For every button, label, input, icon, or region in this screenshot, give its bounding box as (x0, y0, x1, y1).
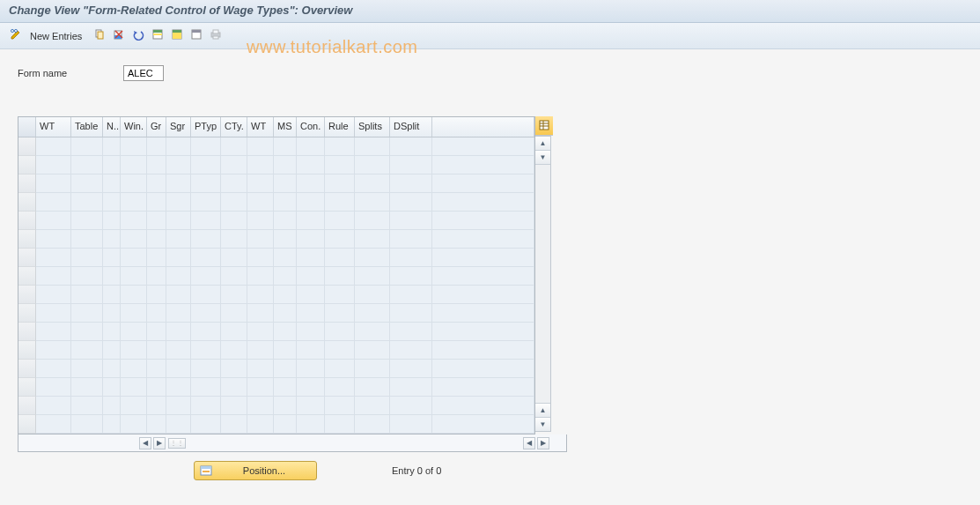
grid-cell[interactable] (390, 249, 432, 267)
grid-cell[interactable] (121, 212, 147, 230)
grid-cell[interactable] (274, 156, 297, 175)
grid-cell[interactable] (147, 212, 166, 230)
grid-cell[interactable] (274, 397, 297, 415)
grid-cell[interactable] (390, 137, 432, 156)
grid-cell[interactable] (103, 323, 121, 341)
row-selector[interactable] (18, 230, 36, 249)
grid-cell[interactable] (432, 415, 534, 434)
grid-cell[interactable] (191, 230, 221, 249)
grid-cell[interactable] (121, 137, 147, 156)
grid-cell[interactable] (191, 397, 221, 415)
grid-cell[interactable] (325, 193, 355, 212)
grid-cell[interactable] (221, 378, 247, 397)
print-button[interactable] (207, 27, 225, 45)
grid-cell[interactable] (274, 323, 297, 341)
grid-cell[interactable] (355, 175, 390, 193)
grid-cell[interactable] (390, 341, 432, 360)
grid-cell[interactable] (432, 156, 534, 175)
grid-cell[interactable] (247, 360, 274, 378)
column-header-ms[interactable]: MS (274, 117, 297, 137)
row-selector[interactable] (18, 323, 36, 341)
grid-cell[interactable] (247, 286, 274, 304)
grid-cell[interactable] (390, 360, 432, 378)
grid-cell[interactable] (103, 360, 121, 378)
grid-cell[interactable] (147, 230, 166, 249)
grid-cell[interactable] (390, 415, 432, 434)
grid-cell[interactable] (71, 378, 103, 397)
grid-cell[interactable] (121, 304, 147, 323)
grid-cell[interactable] (432, 286, 534, 304)
grid-cell[interactable] (432, 267, 534, 286)
grid-cell[interactable] (355, 230, 390, 249)
grid-cell[interactable] (147, 193, 166, 212)
grid-cell[interactable] (297, 304, 325, 323)
grid-cell[interactable] (191, 156, 221, 175)
grid-cell[interactable] (432, 397, 534, 415)
grid-cell[interactable] (121, 230, 147, 249)
grid-cell[interactable] (247, 304, 274, 323)
grid-cell[interactable] (121, 286, 147, 304)
grid-cell[interactable] (36, 230, 71, 249)
grid-cell[interactable] (432, 304, 534, 323)
grid-cell[interactable] (147, 267, 166, 286)
grid-cell[interactable] (297, 230, 325, 249)
grid-cell[interactable] (121, 175, 147, 193)
scroll-right-end-button[interactable]: ▶ (537, 437, 549, 449)
grid-cell[interactable] (355, 212, 390, 230)
column-header-wt2[interactable]: WT (247, 117, 274, 137)
grid-cell[interactable] (432, 193, 534, 212)
grid-cell[interactable] (121, 415, 147, 434)
row-selector[interactable] (18, 156, 36, 175)
column-header-win[interactable]: Win. (121, 117, 147, 137)
grid-cell[interactable] (71, 360, 103, 378)
grid-cell[interactable] (221, 415, 247, 434)
grid-cell[interactable] (71, 175, 103, 193)
grid-cell[interactable] (191, 304, 221, 323)
grid-cell[interactable] (274, 230, 297, 249)
grid-cell[interactable] (355, 156, 390, 175)
grid-cell[interactable] (147, 304, 166, 323)
grid-cell[interactable] (121, 323, 147, 341)
grid-cell[interactable] (355, 341, 390, 360)
grid-cell[interactable] (297, 249, 325, 267)
column-header-table[interactable]: Table (71, 117, 103, 137)
grid-cell[interactable] (274, 137, 297, 156)
grid-cell[interactable] (103, 193, 121, 212)
grid-cell[interactable] (103, 230, 121, 249)
select-all-button[interactable] (149, 27, 166, 45)
grid-cell[interactable] (432, 323, 534, 341)
grid-cell[interactable] (355, 249, 390, 267)
column-header-ptyp[interactable]: PTyp (191, 117, 221, 137)
grid-cell[interactable] (191, 175, 221, 193)
grid-cell[interactable] (274, 286, 297, 304)
grid-cell[interactable] (103, 212, 121, 230)
grid-cell[interactable] (103, 304, 121, 323)
grid-cell[interactable] (103, 267, 121, 286)
grid-cell[interactable] (103, 378, 121, 397)
grid-cell[interactable] (274, 193, 297, 212)
grid-cell[interactable] (325, 360, 355, 378)
grid-cell[interactable] (103, 415, 121, 434)
grid-cell[interactable] (71, 415, 103, 434)
row-selector[interactable] (18, 397, 36, 415)
grid-cell[interactable] (103, 397, 121, 415)
grid-cell[interactable] (103, 156, 121, 175)
grid-cell[interactable] (325, 156, 355, 175)
grid-cell[interactable] (121, 341, 147, 360)
grid-cell[interactable] (71, 156, 103, 175)
grid-cell[interactable] (355, 323, 390, 341)
scroll-down-button-2[interactable]: ▲ (535, 403, 550, 417)
row-selector[interactable] (18, 304, 36, 323)
grid-cell[interactable] (36, 415, 71, 434)
grid-cell[interactable] (147, 378, 166, 397)
grid-cell[interactable] (36, 212, 71, 230)
grid-cell[interactable] (147, 415, 166, 434)
grid-cell[interactable] (71, 212, 103, 230)
row-selector[interactable] (18, 137, 36, 156)
grid-cell[interactable] (325, 230, 355, 249)
row-selector[interactable] (18, 378, 36, 397)
grid-cell[interactable] (274, 249, 297, 267)
grid-cell[interactable] (355, 193, 390, 212)
grid-cell[interactable] (221, 323, 247, 341)
grid-cell[interactable] (297, 156, 325, 175)
